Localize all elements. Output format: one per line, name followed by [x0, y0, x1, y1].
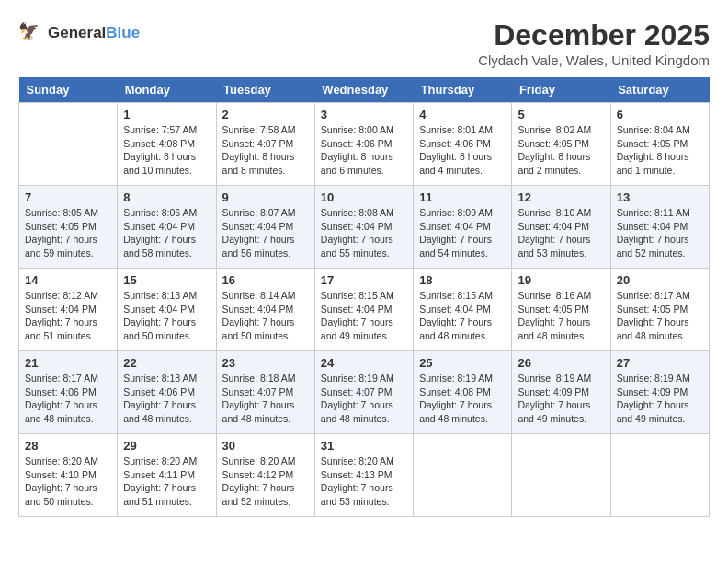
calendar-cell: 19 Sunrise: 8:16 AMSunset: 4:05 PMDaylig…	[512, 269, 610, 351]
sunrise-text: Sunrise: 7:57 AMSunset: 4:08 PMDaylight:…	[123, 124, 197, 176]
sunrise-text: Sunrise: 8:20 AMSunset: 4:13 PMDaylight:…	[321, 455, 394, 507]
date-number: 27	[617, 356, 703, 370]
sunrise-text: Sunrise: 8:13 AMSunset: 4:04 PMDaylight:…	[123, 290, 197, 341]
calendar-cell: 18 Sunrise: 8:15 AMSunset: 4:04 PMDaylig…	[414, 269, 512, 351]
sunrise-text: Sunrise: 8:06 AMSunset: 4:04 PMDaylight:…	[123, 207, 197, 259]
sunrise-text: Sunrise: 8:16 AMSunset: 4:05 PMDaylight:…	[518, 290, 591, 341]
header-monday: Monday	[118, 77, 216, 103]
calendar-cell: 23 Sunrise: 8:18 AMSunset: 4:07 PMDaylig…	[216, 351, 314, 434]
sunrise-text: Sunrise: 8:18 AMSunset: 4:07 PMDaylight:…	[222, 373, 296, 424]
sunrise-text: Sunrise: 8:20 AMSunset: 4:11 PMDaylight:…	[123, 455, 197, 507]
calendar-cell	[19, 103, 118, 186]
date-number: 6	[617, 108, 703, 121]
date-number: 7	[25, 190, 111, 204]
date-number: 23	[222, 356, 309, 370]
calendar-cell: 27 Sunrise: 8:19 AMSunset: 4:09 PMDaylig…	[610, 351, 709, 434]
calendar-cell: 24 Sunrise: 8:19 AMSunset: 4:07 PMDaylig…	[314, 351, 413, 434]
date-number: 26	[518, 356, 604, 370]
date-number: 31	[321, 439, 407, 453]
calendar-cell: 29 Sunrise: 8:20 AMSunset: 4:11 PMDaylig…	[118, 434, 216, 517]
sunrise-text: Sunrise: 8:17 AMSunset: 4:06 PMDaylight:…	[25, 373, 98, 424]
date-number: 9	[222, 190, 309, 204]
header-tuesday: Tuesday	[216, 77, 314, 103]
calendar-cell: 30 Sunrise: 8:20 AMSunset: 4:12 PMDaylig…	[216, 434, 314, 517]
sunrise-text: Sunrise: 8:19 AMSunset: 4:08 PMDaylight:…	[419, 373, 493, 424]
calendar-table: Sunday Monday Tuesday Wednesday Thursday…	[18, 77, 710, 517]
date-number: 13	[617, 190, 703, 204]
date-number: 8	[123, 190, 210, 204]
date-number: 16	[222, 273, 309, 287]
page-header: 🦅 GeneralBlue December 2025 Clydach Vale…	[18, 18, 710, 68]
date-number: 25	[419, 356, 506, 370]
logo-icon: 🦅	[18, 18, 44, 48]
calendar-cell	[414, 434, 512, 517]
calendar-cell: 10 Sunrise: 8:08 AMSunset: 4:04 PMDaylig…	[314, 186, 413, 269]
date-number: 14	[25, 273, 111, 287]
calendar-cell: 7 Sunrise: 8:05 AMSunset: 4:05 PMDayligh…	[19, 186, 118, 269]
sunrise-text: Sunrise: 8:12 AMSunset: 4:04 PMDaylight:…	[25, 290, 98, 341]
sunrise-text: Sunrise: 8:19 AMSunset: 4:07 PMDaylight:…	[321, 373, 394, 424]
calendar-cell: 21 Sunrise: 8:17 AMSunset: 4:06 PMDaylig…	[19, 351, 118, 434]
location-title: Clydach Vale, Wales, United Kingdom	[478, 52, 710, 68]
header-sunday: Sunday	[19, 77, 118, 103]
sunrise-text: Sunrise: 8:01 AMSunset: 4:06 PMDaylight:…	[419, 124, 493, 176]
date-number: 20	[617, 273, 703, 287]
date-number: 3	[321, 108, 407, 121]
header-friday: Friday	[512, 77, 610, 103]
date-number: 2	[222, 108, 309, 121]
sunrise-text: Sunrise: 8:20 AMSunset: 4:10 PMDaylight:…	[25, 455, 98, 507]
calendar-cell: 2 Sunrise: 7:58 AMSunset: 4:07 PMDayligh…	[216, 103, 314, 186]
date-number: 15	[123, 273, 210, 287]
date-number: 12	[518, 190, 604, 204]
calendar-cell: 14 Sunrise: 8:12 AMSunset: 4:04 PMDaylig…	[19, 269, 118, 351]
date-number: 22	[123, 356, 210, 370]
sunrise-text: Sunrise: 8:18 AMSunset: 4:06 PMDaylight:…	[123, 373, 197, 424]
days-header-row: Sunday Monday Tuesday Wednesday Thursday…	[19, 77, 710, 103]
sunrise-text: Sunrise: 8:15 AMSunset: 4:04 PMDaylight:…	[419, 290, 493, 341]
calendar-cell: 12 Sunrise: 8:10 AMSunset: 4:04 PMDaylig…	[512, 186, 610, 269]
week-row-5: 28 Sunrise: 8:20 AMSunset: 4:10 PMDaylig…	[19, 434, 710, 517]
logo-general: GeneralBlue	[48, 24, 140, 42]
calendar-cell: 28 Sunrise: 8:20 AMSunset: 4:10 PMDaylig…	[19, 434, 118, 517]
week-row-1: 1 Sunrise: 7:57 AMSunset: 4:08 PMDayligh…	[19, 103, 710, 186]
date-number: 30	[222, 439, 309, 453]
sunrise-text: Sunrise: 8:08 AMSunset: 4:04 PMDaylight:…	[321, 207, 394, 259]
calendar-cell: 26 Sunrise: 8:19 AMSunset: 4:09 PMDaylig…	[512, 351, 610, 434]
week-row-4: 21 Sunrise: 8:17 AMSunset: 4:06 PMDaylig…	[19, 351, 710, 434]
header-thursday: Thursday	[414, 77, 512, 103]
calendar-cell: 25 Sunrise: 8:19 AMSunset: 4:08 PMDaylig…	[414, 351, 512, 434]
sunrise-text: Sunrise: 8:00 AMSunset: 4:06 PMDaylight:…	[321, 124, 394, 176]
sunrise-text: Sunrise: 8:19 AMSunset: 4:09 PMDaylight:…	[518, 373, 591, 424]
week-row-2: 7 Sunrise: 8:05 AMSunset: 4:05 PMDayligh…	[19, 186, 710, 269]
calendar-cell: 9 Sunrise: 8:07 AMSunset: 4:04 PMDayligh…	[216, 186, 314, 269]
sunrise-text: Sunrise: 8:15 AMSunset: 4:04 PMDaylight:…	[321, 290, 394, 341]
calendar-cell	[512, 434, 610, 517]
calendar-cell: 17 Sunrise: 8:15 AMSunset: 4:04 PMDaylig…	[314, 269, 413, 351]
logo: 🦅 GeneralBlue	[18, 18, 140, 48]
calendar-cell: 16 Sunrise: 8:14 AMSunset: 4:04 PMDaylig…	[216, 269, 314, 351]
sunrise-text: Sunrise: 8:11 AMSunset: 4:04 PMDaylight:…	[617, 207, 690, 259]
calendar-cell: 31 Sunrise: 8:20 AMSunset: 4:13 PMDaylig…	[314, 434, 413, 517]
calendar-cell: 1 Sunrise: 7:57 AMSunset: 4:08 PMDayligh…	[118, 103, 216, 186]
calendar-cell: 3 Sunrise: 8:00 AMSunset: 4:06 PMDayligh…	[314, 103, 413, 186]
svg-text:🦅: 🦅	[18, 21, 40, 41]
calendar-cell: 15 Sunrise: 8:13 AMSunset: 4:04 PMDaylig…	[118, 269, 216, 351]
calendar-cell	[610, 434, 709, 517]
calendar-cell: 13 Sunrise: 8:11 AMSunset: 4:04 PMDaylig…	[610, 186, 709, 269]
sunrise-text: Sunrise: 8:04 AMSunset: 4:05 PMDaylight:…	[617, 124, 690, 176]
header-saturday: Saturday	[610, 77, 709, 103]
calendar-cell: 20 Sunrise: 8:17 AMSunset: 4:05 PMDaylig…	[610, 269, 709, 351]
date-number: 29	[123, 439, 210, 453]
sunrise-text: Sunrise: 8:10 AMSunset: 4:04 PMDaylight:…	[518, 207, 591, 259]
date-number: 17	[321, 273, 407, 287]
header-wednesday: Wednesday	[314, 77, 413, 103]
date-number: 1	[123, 108, 210, 121]
sunrise-text: Sunrise: 8:07 AMSunset: 4:04 PMDaylight:…	[222, 207, 296, 259]
date-number: 4	[419, 108, 506, 121]
calendar-cell: 22 Sunrise: 8:18 AMSunset: 4:06 PMDaylig…	[118, 351, 216, 434]
sunrise-text: Sunrise: 8:17 AMSunset: 4:05 PMDaylight:…	[617, 290, 690, 341]
calendar-cell: 4 Sunrise: 8:01 AMSunset: 4:06 PMDayligh…	[414, 103, 512, 186]
month-title: December 2025	[478, 18, 710, 52]
date-number: 18	[419, 273, 506, 287]
date-number: 21	[25, 356, 111, 370]
